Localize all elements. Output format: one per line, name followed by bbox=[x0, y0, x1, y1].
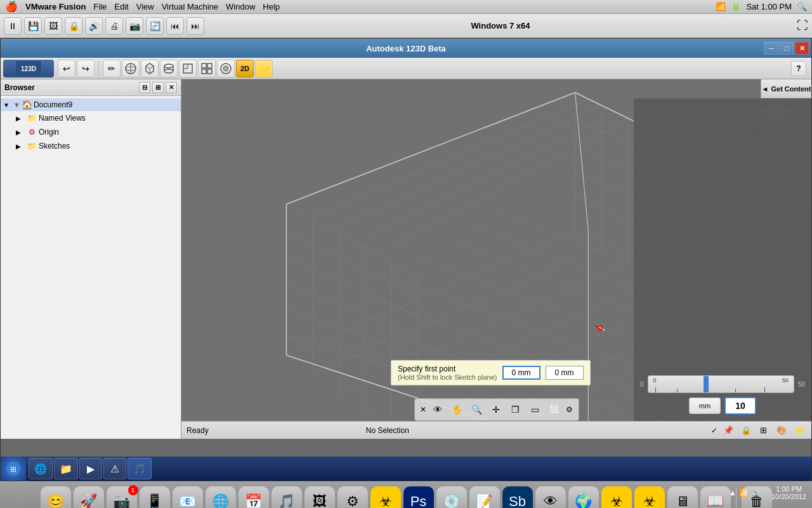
dock-screen[interactable]: 🖥 bbox=[667, 486, 698, 509]
autodesk-logo-btn[interactable]: 123D bbox=[3, 60, 54, 77]
vmware-next-btn[interactable]: ⏭ bbox=[187, 17, 204, 35]
apple-menu[interactable]: 🍎 bbox=[5, 1, 18, 13]
taskbar-ie-btn[interactable]: 🌐 bbox=[29, 458, 53, 479]
tree-named-views[interactable]: ▶ 📁 Named Views bbox=[1, 111, 181, 125]
browser-ctrl-tree[interactable]: ⊟ bbox=[139, 82, 150, 93]
mac-menubar: 🍎 VMware Fusion File Edit View Virtual M… bbox=[0, 0, 812, 14]
taskbar-app-btn[interactable]: 🎵 bbox=[128, 458, 152, 479]
win7-start-button[interactable]: ⊞ bbox=[1, 457, 26, 481]
taskbar-explorer-btn[interactable]: 📁 bbox=[54, 458, 78, 479]
menu-vm[interactable]: Virtual Machine bbox=[162, 2, 218, 11]
vmware-prev-btn[interactable]: ⏮ bbox=[166, 17, 184, 35]
dock-mail[interactable]: 📧 bbox=[173, 486, 203, 509]
tree-root-item[interactable]: ▼ ▼ 🏠 Document9 bbox=[1, 98, 181, 111]
vmware-usb-btn[interactable]: 🔄 bbox=[146, 17, 164, 35]
tooltip-line1: Specify first point bbox=[398, 364, 497, 373]
vmware-print-btn[interactable]: 🖨 bbox=[105, 17, 123, 35]
tree-origin[interactable]: ▶ ⚙ Origin bbox=[1, 125, 181, 139]
autodesk-minimize-btn[interactable]: ─ bbox=[764, 42, 778, 55]
browser-ctrl-expand[interactable]: ⊞ bbox=[152, 82, 164, 93]
toolbar-sphere-btn[interactable] bbox=[122, 60, 140, 77]
tree-origin-gear-icon: ⚙ bbox=[26, 126, 37, 138]
status-ready: Ready bbox=[187, 426, 209, 435]
status-btn-5[interactable]: ⭐ bbox=[792, 424, 806, 438]
toolbar-redo-btn[interactable]: ↪ bbox=[77, 60, 95, 77]
tool-eye-btn[interactable]: 👁 bbox=[429, 401, 446, 418]
tool-copy-btn[interactable]: ❐ bbox=[508, 401, 524, 418]
menu-view[interactable]: View bbox=[136, 2, 154, 11]
vmware-audio-btn[interactable]: 🔊 bbox=[85, 17, 103, 35]
dock-app-store[interactable]: 📱 bbox=[140, 486, 170, 509]
dock-photoshop[interactable]: Ps bbox=[403, 486, 434, 509]
browser-ctrl-close[interactable]: ✕ bbox=[166, 82, 177, 93]
tool-hand-btn[interactable]: ✋ bbox=[449, 401, 465, 418]
dock-itunes[interactable]: 🎵 bbox=[272, 486, 302, 509]
toolbar-star-btn[interactable]: ⭐ bbox=[255, 60, 273, 77]
taskbar-items: 🌐 📁 ▶ ⚠ 🎵 bbox=[26, 457, 154, 481]
ruler-unit-btn[interactable]: mm bbox=[689, 398, 721, 414]
toolbar-view-front-btn[interactable] bbox=[179, 60, 197, 77]
mac-dock: 😊 🚀 📷 1 📱 📧 🌐 📅 🎵 🖼 ⚙ ☣ Ps 💿 📝 Sb 👁 🌍 ☣ … bbox=[0, 481, 812, 508]
bottom-settings-btn[interactable]: ⚙ bbox=[566, 405, 573, 414]
toolbar-material-btn[interactable] bbox=[217, 60, 235, 77]
menu-vmware[interactable]: VMware Fusion bbox=[25, 2, 86, 11]
toolbar-box-btn[interactable] bbox=[141, 60, 159, 77]
vmware-lock-btn[interactable]: 🔒 bbox=[65, 17, 82, 35]
svg-point-12 bbox=[164, 69, 173, 73]
vmware-fullscreen-btn[interactable]: ⛶ bbox=[797, 19, 808, 32]
tooltip-x-input[interactable] bbox=[502, 366, 540, 380]
vmware-screenshot-btn[interactable]: 🖼 bbox=[44, 17, 62, 35]
toolbar-help-btn[interactable]: ? bbox=[791, 61, 806, 76]
menu-file[interactable]: File bbox=[93, 2, 107, 11]
dock-sketchbook[interactable]: Sb bbox=[502, 486, 533, 509]
vmware-snapshot-btn[interactable]: 💾 bbox=[24, 17, 42, 35]
viewport[interactable]: Specify first point (Hold Shift to lock … bbox=[181, 79, 811, 439]
search-icon[interactable]: 🔍 bbox=[797, 2, 807, 11]
menu-window[interactable]: Window bbox=[226, 2, 255, 11]
tool-rect2-btn[interactable]: ⬜ bbox=[546, 401, 563, 418]
tooltip-y-input[interactable] bbox=[546, 366, 584, 380]
toolbar-grid-btn[interactable] bbox=[198, 60, 216, 77]
toolbar-2d-btn[interactable]: 2D bbox=[236, 60, 254, 77]
tool-rect-btn[interactable]: ▭ bbox=[527, 401, 543, 418]
vmware-pause-btn[interactable]: ⏸ bbox=[4, 17, 22, 35]
ruler-bar: 0 50 bbox=[648, 375, 794, 393]
dock-trash[interactable]: 🗑 bbox=[742, 486, 772, 509]
tree-sketches[interactable]: ▶ 📁 Sketches bbox=[1, 139, 181, 153]
dock-finder[interactable]: 😊 bbox=[41, 486, 71, 509]
status-btn-1[interactable]: 📌 bbox=[721, 424, 735, 438]
dock-replicator2[interactable]: ☣ bbox=[601, 486, 632, 509]
dock-sysprefs[interactable]: ⚙ bbox=[337, 486, 368, 509]
vmware-camera-btn[interactable]: 📷 bbox=[126, 17, 143, 35]
bottom-close-btn[interactable]: ✕ bbox=[420, 405, 426, 414]
autodesk-close-btn[interactable]: ✕ bbox=[795, 42, 809, 55]
status-btn-2[interactable]: 🔒 bbox=[739, 424, 753, 438]
tool-move-btn[interactable]: ✛ bbox=[488, 401, 504, 418]
dock-maps[interactable]: 🌍 bbox=[568, 486, 599, 509]
ruler-thumb[interactable] bbox=[704, 376, 709, 392]
autodesk-maximize-btn[interactable]: □ bbox=[780, 42, 794, 55]
taskbar-media-btn[interactable]: ▶ bbox=[79, 458, 102, 479]
tool-zoom-btn[interactable]: 🔍 bbox=[468, 401, 485, 418]
dock-launchpad[interactable]: 🚀 bbox=[74, 486, 104, 509]
dock-preview[interactable]: 👁 bbox=[535, 486, 566, 509]
dock-safari[interactable]: 🌐 bbox=[206, 486, 236, 509]
dock-image-capture[interactable]: 📷 1 bbox=[107, 486, 137, 509]
get-content-panel[interactable]: ◄ Get Content bbox=[761, 79, 811, 98]
dock-dvd[interactable]: 💿 bbox=[436, 486, 467, 509]
dock-textedit[interactable]: 📝 bbox=[469, 486, 500, 509]
toolbar-undo-btn[interactable]: ↩ bbox=[58, 60, 75, 77]
toolbar-cylinder-btn[interactable] bbox=[160, 60, 178, 77]
dock-calendar[interactable]: 📅 bbox=[239, 486, 269, 509]
dock-iphoto[interactable]: 🖼 bbox=[304, 486, 335, 509]
taskbar-clock[interactable]: 1:00 PM 10/20/2012 bbox=[771, 481, 806, 505]
dock-reader[interactable]: 📖 bbox=[700, 486, 731, 509]
dock-replicator3[interactable]: ☣ bbox=[634, 486, 665, 509]
dock-replicator1[interactable]: ☣ bbox=[370, 486, 401, 509]
menu-edit[interactable]: Edit bbox=[114, 2, 128, 11]
status-btn-3[interactable]: ⊞ bbox=[757, 424, 771, 438]
menu-help[interactable]: Help bbox=[263, 2, 280, 11]
toolbar-pencil-btn[interactable]: ✏ bbox=[103, 60, 121, 77]
status-btn-4[interactable]: 🎨 bbox=[775, 424, 789, 438]
taskbar-alert-btn[interactable]: ⚠ bbox=[103, 458, 126, 479]
